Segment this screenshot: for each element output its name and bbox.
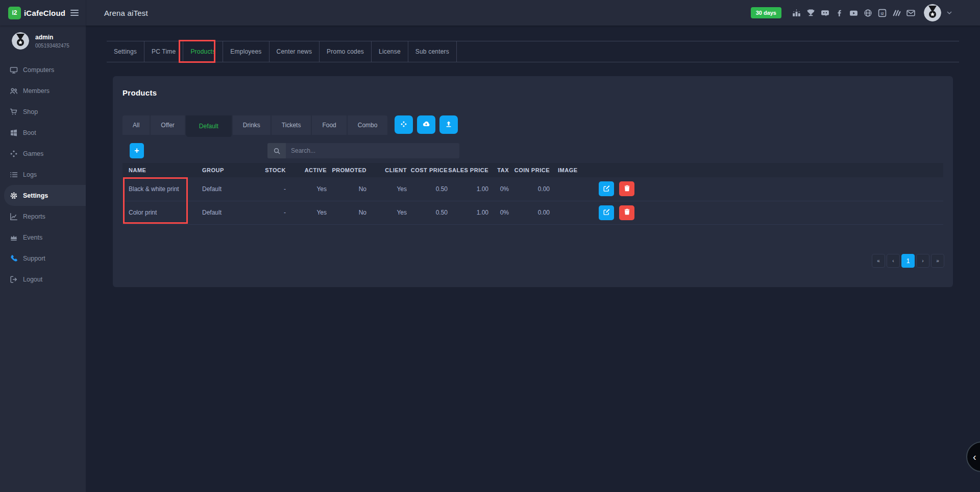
cell-client: Yes <box>366 201 407 224</box>
cell-stock: - <box>258 177 286 201</box>
logs-list-icon <box>10 171 18 179</box>
mail-icon[interactable] <box>906 9 915 17</box>
sidebar-item-settings[interactable]: Settings <box>4 185 86 206</box>
globe-icon[interactable] <box>864 9 872 17</box>
sidebar-item-label: Shop <box>23 108 38 115</box>
cloud-download-button[interactable] <box>417 115 435 134</box>
pagination-prev-button[interactable]: ‹ <box>887 254 900 268</box>
gear-icon <box>10 192 18 200</box>
search-input[interactable] <box>286 143 459 158</box>
cell-tax: 0% <box>488 177 509 201</box>
category-label: All <box>133 122 139 129</box>
category-tab-offer[interactable]: Offer <box>151 115 185 135</box>
category-tab-tickets[interactable]: Tickets <box>272 115 312 135</box>
diamond-grid-icon <box>400 120 408 130</box>
tab-label: Sub centers <box>415 48 449 55</box>
edit-product-button[interactable] <box>599 181 614 196</box>
trophy-icon[interactable] <box>806 9 815 17</box>
facebook-icon[interactable] <box>835 9 844 17</box>
cell-promoted: No <box>327 201 366 224</box>
tab-pc-time[interactable]: PC Time <box>144 41 183 62</box>
cell-cost-price: 0.50 <box>407 177 448 201</box>
cell-actions <box>588 177 943 201</box>
discord-icon[interactable] <box>821 9 829 17</box>
tab-promo-codes[interactable]: Promo codes <box>320 41 372 62</box>
logout-icon <box>10 275 18 284</box>
category-label: Combo <box>358 122 378 129</box>
members-icon <box>10 87 18 95</box>
sidebar-item-members[interactable]: Members <box>0 80 86 101</box>
tab-employees[interactable]: Employees <box>223 41 269 62</box>
sidebar-item-label: Boot <box>23 129 36 136</box>
crown-icon <box>10 233 18 242</box>
games-icon <box>10 150 18 158</box>
category-tab-all[interactable]: All <box>122 115 151 135</box>
cell-cost-price: 0.50 <box>407 201 448 224</box>
user-name: admin <box>35 34 69 41</box>
hamburger-menu-icon[interactable] <box>70 10 79 16</box>
sidebar-item-computers[interactable]: Computers <box>0 59 86 80</box>
cell-active: Yes <box>286 177 327 201</box>
tab-label: Center news <box>277 48 312 55</box>
edit-product-button[interactable] <box>599 205 614 220</box>
youtube-icon[interactable] <box>849 9 858 17</box>
chevron-left-icon: ‹ <box>973 451 976 463</box>
pagination-page-1-button[interactable]: 1 <box>901 254 915 268</box>
sidebar: admin 005193482475 Computers Members Sho… <box>0 26 86 492</box>
cell-tax: 0% <box>488 201 509 224</box>
sidebar-item-boot[interactable]: Boot <box>0 122 86 143</box>
sidebar-item-events[interactable]: Events <box>0 227 86 248</box>
icafecloud-glyph-icon[interactable]: i2 <box>878 9 887 17</box>
manage-groups-button[interactable] <box>395 115 413 134</box>
cloud-download-icon <box>422 120 430 130</box>
sidebar-nav: Computers Members Shop Boot Games <box>0 59 86 290</box>
col-client: CLIENT <box>366 163 407 177</box>
category-tab-default[interactable]: Default <box>186 115 233 137</box>
tab-center-news[interactable]: Center news <box>270 41 320 62</box>
delete-product-button[interactable] <box>619 205 634 220</box>
tab-label: License <box>379 48 401 55</box>
sidebar-item-label: Members <box>23 87 50 95</box>
main-content: Settings PC Time Products Employees Cent… <box>86 26 980 492</box>
tab-settings[interactable]: Settings <box>107 41 144 62</box>
license-days-badge[interactable]: 30 days <box>751 7 781 18</box>
sidebar-item-label: Logs <box>23 171 37 178</box>
category-tab-combo[interactable]: Combo <box>348 115 388 135</box>
category-label: Offer <box>161 122 174 129</box>
tab-products[interactable]: Products <box>183 41 223 62</box>
sidebar-item-logout[interactable]: Logout <box>0 269 86 290</box>
tab-sub-centers[interactable]: Sub centers <box>408 41 457 62</box>
phone-icon <box>10 254 18 263</box>
sidebar-item-support[interactable]: Support <box>0 248 86 269</box>
pagination-last-button[interactable]: » <box>931 254 944 268</box>
sidebar-item-reports[interactable]: Reports <box>0 206 86 227</box>
upload-icon <box>445 120 453 130</box>
sidebar-item-shop[interactable]: Shop <box>0 101 86 122</box>
topbar-main: Arena aiTest 30 days i2 <box>86 0 980 26</box>
upload-button[interactable] <box>439 115 458 134</box>
ranking-icon[interactable] <box>792 9 801 17</box>
pagination-next-button[interactable]: › <box>916 254 929 268</box>
tab-license[interactable]: License <box>372 41 408 62</box>
layers-icon[interactable] <box>892 9 901 17</box>
cell-coin-price: 0.00 <box>509 201 550 224</box>
chart-icon <box>10 213 18 221</box>
sidebar-item-logs[interactable]: Logs <box>0 164 86 185</box>
col-name: NAME <box>122 163 199 177</box>
sidebar-avatar[interactable] <box>12 32 29 50</box>
sidebar-item-label: Reports <box>23 213 45 220</box>
category-tab-drinks[interactable]: Drinks <box>233 115 272 135</box>
cell-image <box>550 201 588 224</box>
user-avatar[interactable] <box>924 4 941 21</box>
sidebar-item-games[interactable]: Games <box>0 143 86 164</box>
cell-coin-price: 0.00 <box>509 177 550 201</box>
delete-product-button[interactable] <box>619 181 634 196</box>
cell-stock: - <box>258 201 286 224</box>
pagination-first-button[interactable]: « <box>872 254 885 268</box>
add-product-button[interactable]: + <box>130 143 144 158</box>
category-tab-food[interactable]: Food <box>312 115 347 135</box>
chevron-down-icon[interactable] <box>947 11 952 15</box>
products-table: NAME GROUP STOCK ACTIVE PROMOTED CLIENT … <box>122 163 943 225</box>
tab-label: Settings <box>114 48 137 55</box>
sidebar-item-label: Settings <box>23 192 48 199</box>
